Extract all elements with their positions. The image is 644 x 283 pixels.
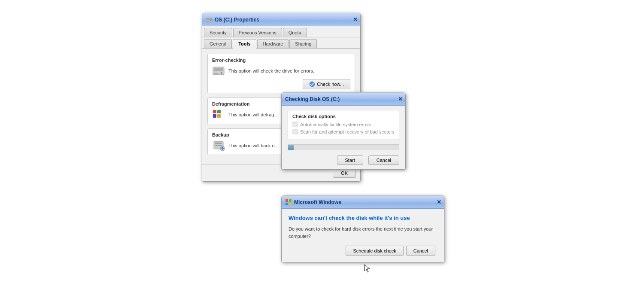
tab-row-1: Security Previous Versions Quota [202,26,360,37]
error-checking-row: This option will check the drive for err… [212,65,350,76]
checkdisk-footer: Start Cancel [288,155,399,165]
checkdisk-cancel-button[interactable]: Cancel [368,155,399,165]
option2-checkbox[interactable] [292,129,298,134]
mswindows-cancel-button[interactable]: Cancel [406,246,435,256]
mswindows-close-button[interactable]: ✕ [437,199,441,205]
error-checking-section: Error-checking This option will check th… [207,54,355,93]
svg-rect-3 [207,21,209,21]
svg-point-2 [210,20,212,21]
properties-close-button[interactable]: ✕ [353,17,358,22]
checkdisk-body: Check disk options Automatically fix fil… [282,106,405,169]
progress-bar-fill [288,145,294,150]
hdd-icon [212,65,225,76]
properties-title-bar[interactable]: OS (C:) Properties ✕ [202,13,360,26]
checkdisk-title-bar[interactable]: Checking Disk OS (C:) ✕ [282,93,405,106]
defrag-icon [212,109,225,120]
svg-rect-18 [289,199,292,202]
windows-logo-icon [285,199,292,206]
backup-icon [212,140,225,151]
option1-row: Automatically fix file system errors [292,122,395,127]
checkdisk-close-button[interactable]: ✕ [398,96,403,102]
tab-security[interactable]: Security [204,28,232,37]
svg-rect-1 [207,18,212,20]
svg-rect-12 [217,114,221,118]
warning-title: Windows can't check the disk while it's … [289,215,437,221]
tab-general[interactable]: General [204,39,232,48]
tab-quota[interactable]: Quota [283,28,307,37]
svg-rect-9 [213,110,216,113]
properties-title-text: OS (C:) Properties [206,16,259,23]
check-now-button[interactable]: Check now... [303,79,350,89]
svg-rect-14 [215,143,222,144]
check-now-row: Check now... [212,79,350,89]
svg-rect-17 [286,199,288,202]
mswindows-title-text: Microsoft Windows [285,199,341,206]
start-button[interactable]: Start [337,155,363,165]
svg-rect-11 [213,114,216,118]
tab-previous-versions[interactable]: Previous Versions [233,28,282,37]
checkdisk-title-text: Checking Disk OS (C:) [285,96,340,102]
check-disk-options-group: Check disk options Automatically fix fil… [288,110,399,140]
mswindows-title-bar[interactable]: Microsoft Windows ✕ [282,196,444,209]
tab-row-2: General Tools Hardware Sharing [202,37,360,49]
ok-button[interactable]: OK [333,168,356,178]
svg-rect-10 [217,110,221,113]
svg-rect-20 [289,203,292,205]
mswindows-dialog: Microsoft Windows ✕ Windows can't check … [281,195,444,262]
svg-point-8 [310,82,315,87]
error-checking-description: This option will check the drive for err… [228,68,350,73]
svg-rect-7 [214,73,218,74]
checkdisk-dialog: Checking Disk OS (C:) ✕ Check disk optio… [281,92,406,170]
warning-text: Do you want to check for hard disk error… [289,225,437,240]
progress-bar-container [288,144,399,150]
mouse-cursor [364,264,370,273]
drive-icon [206,16,213,23]
option1-checkbox[interactable] [292,122,298,127]
svg-rect-15 [215,145,222,146]
option1-label: Automatically fix file system errors [300,122,371,127]
option2-row: Scan for and attempt recovery of bad sec… [292,129,395,134]
svg-rect-5 [214,68,223,71]
tab-tools[interactable]: Tools [233,39,256,49]
mswindows-body: Windows can't check the disk while it's … [282,209,444,262]
group-title: Check disk options [292,114,395,119]
error-checking-title: Error-checking [212,58,350,63]
tab-bar: Security Previous Versions Quota General… [202,26,360,49]
tab-sharing[interactable]: Sharing [289,39,317,48]
svg-rect-19 [286,203,288,205]
mswindows-footer: Schedule disk check Cancel [289,246,437,258]
tab-hardware[interactable]: Hardware [257,39,289,48]
check-now-icon [309,81,315,87]
schedule-disk-check-button[interactable]: Schedule disk check [346,246,403,256]
svg-point-6 [221,72,222,74]
option2-label: Scan for and attempt recovery of bad sec… [300,129,395,134]
